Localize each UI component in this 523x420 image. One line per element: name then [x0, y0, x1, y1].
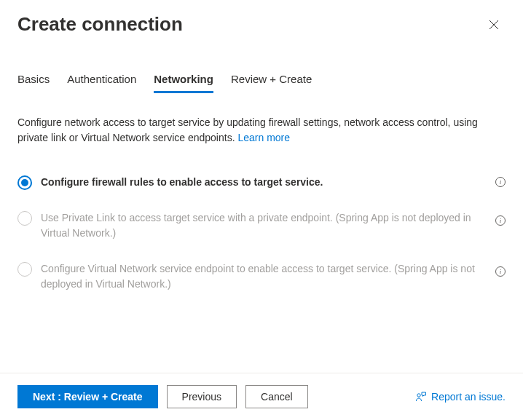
svg-point-2: [417, 394, 420, 397]
option-label: Configure Virtual Network service endpoi…: [41, 261, 487, 292]
learn-more-link[interactable]: Learn more: [237, 132, 290, 143]
option-firewall-rules[interactable]: Configure firewall rules to enable acces…: [17, 169, 506, 196]
tab-networking[interactable]: Networking: [154, 67, 213, 93]
info-icon[interactable]: i: [495, 177, 506, 187]
footer-bar: Next : Review + Create Previous Cancel R…: [0, 373, 523, 420]
network-options-radio-group: Configure firewall rules to enable acces…: [17, 169, 506, 298]
tab-authentication[interactable]: Authentication: [67, 67, 136, 93]
option-label: Configure firewall rules to enable acces…: [41, 175, 489, 190]
info-icon[interactable]: i: [495, 215, 506, 226]
radio-button[interactable]: [17, 175, 32, 190]
next-review-create-button[interactable]: Next : Review + Create: [17, 385, 158, 408]
close-icon: [489, 20, 499, 30]
option-vnet-endpoint: Configure Virtual Network service endpoi…: [17, 255, 506, 298]
page-title: Create connection: [17, 13, 183, 36]
radio-button: [17, 262, 32, 277]
radio-button: [17, 211, 32, 226]
cancel-button[interactable]: Cancel: [245, 385, 308, 408]
report-issue-link[interactable]: Report an issue.: [415, 391, 506, 403]
tab-basics[interactable]: Basics: [17, 67, 50, 93]
info-icon[interactable]: i: [495, 266, 506, 277]
networking-description: Configure network access to target servi…: [17, 115, 506, 146]
previous-button[interactable]: Previous: [167, 385, 237, 408]
report-issue-label: Report an issue.: [431, 391, 506, 403]
close-button[interactable]: [482, 13, 506, 36]
tab-review-create[interactable]: Review + Create: [231, 67, 312, 93]
tab-list: Basics Authentication Networking Review …: [0, 67, 523, 93]
person-feedback-icon: [415, 391, 427, 403]
option-label: Use Private Link to access target servic…: [41, 210, 487, 241]
option-private-link: Use Private Link to access target servic…: [17, 205, 506, 247]
